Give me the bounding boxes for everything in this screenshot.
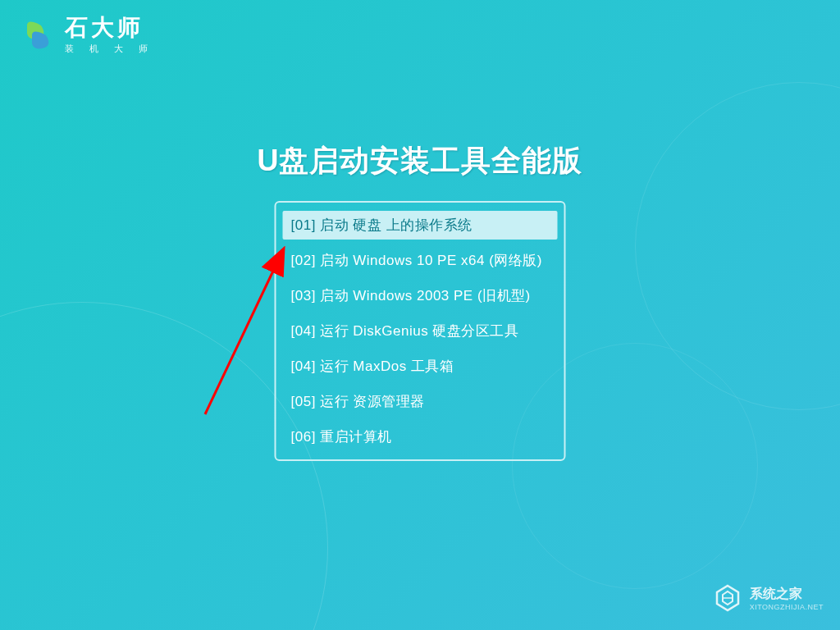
watermark: 系统之家 XITONGZHIJIA.NET — [712, 582, 824, 614]
menu-item-diskgenius[interactable]: [04] 运行 DiskGenius 硬盘分区工具 — [283, 317, 558, 345]
watermark-text: 系统之家 XITONGZHIJIA.NET — [750, 586, 824, 611]
watermark-title: 系统之家 — [750, 586, 824, 603]
menu-item-boot-hdd[interactable]: [01] 启动 硬盘 上的操作系统 — [283, 211, 558, 240]
menu-item-explorer[interactable]: [05] 运行 资源管理器 — [283, 387, 558, 416]
watermark-icon — [712, 582, 743, 614]
logo-icon — [21, 19, 55, 53]
logo: 石大师 装 机 大 师 — [21, 16, 154, 55]
menu-item-maxdos[interactable]: [04] 运行 MaxDos 工具箱 — [283, 352, 558, 381]
logo-title: 石大师 — [65, 16, 154, 39]
menu-item-win2003-pe[interactable]: [03] 启动 Windows 2003 PE (旧机型) — [283, 281, 558, 310]
page-title: U盘启动安装工具全能版 — [258, 141, 583, 181]
logo-subtitle: 装 机 大 师 — [65, 43, 154, 55]
boot-menu: [01] 启动 硬盘 上的操作系统 [02] 启动 Windows 10 PE … — [275, 201, 566, 461]
menu-item-win10-pe[interactable]: [02] 启动 Windows 10 PE x64 (网络版) — [283, 246, 558, 275]
watermark-url: XITONGZHIJIA.NET — [750, 603, 824, 611]
menu-item-restart[interactable]: [06] 重启计算机 — [283, 422, 558, 451]
logo-text: 石大师 装 机 大 师 — [65, 16, 154, 55]
